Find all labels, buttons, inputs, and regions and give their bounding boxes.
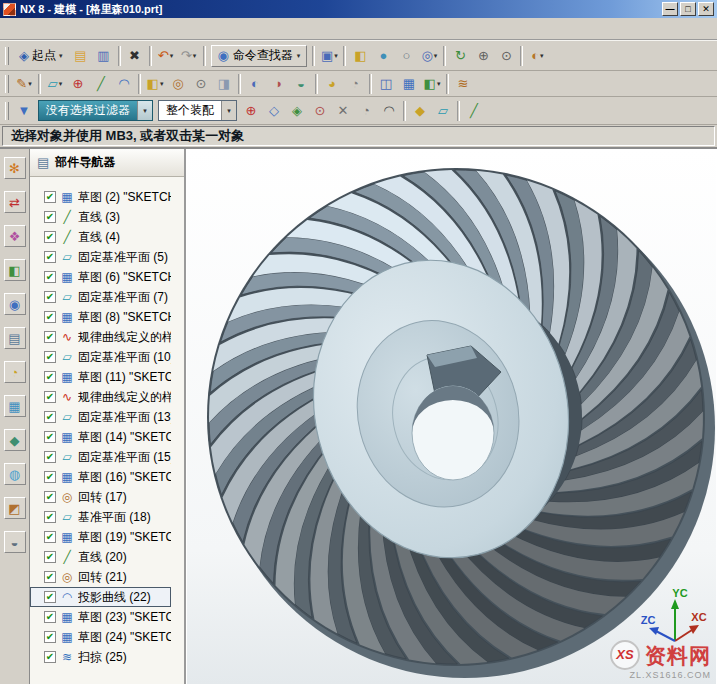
feature-checkbox[interactable] [44,271,56,283]
assemblies-menu[interactable] [76,27,88,31]
information-menu[interactable] [88,27,100,31]
zoom-view-icon[interactable]: ⊙ [495,45,517,67]
analysis-menu[interactable] [100,27,112,31]
tree-row[interactable]: ◠ 投影曲线 (22) [30,587,171,607]
feature-checkbox[interactable] [44,551,56,563]
point-icon[interactable]: ⊕ [67,73,89,95]
edge-blend-icon[interactable]: ◕ [321,73,343,95]
edit-menu[interactable] [16,27,28,31]
tree-row[interactable]: ▦ 草图 (14) "SKETCH [30,427,171,447]
view-menu[interactable] [28,27,40,31]
tree-row[interactable]: ▦ 草图 (8) "SKETCH_ [30,307,171,327]
feature-checkbox[interactable] [44,531,56,543]
redo-icon[interactable]: ↷▾ [178,45,200,67]
boss-icon[interactable]: ◨ [213,73,235,95]
tree-row[interactable]: ◎ 回转 (17) [30,487,171,507]
feature-checkbox[interactable] [44,571,56,583]
feature-checkbox[interactable] [44,371,56,383]
trim-body-icon[interactable]: ◫ [375,73,397,95]
tangent-point-icon[interactable]: ◠ [378,100,400,122]
extrude-icon[interactable]: ◧▾ [144,73,166,95]
feature-checkbox[interactable] [44,591,56,603]
history-icon[interactable]: ◔ [4,361,26,383]
internet-explorer-icon[interactable]: ◍ [4,463,26,485]
intersection-point-icon[interactable]: ✕ [332,100,354,122]
mid-point-icon[interactable]: ◈ [286,100,308,122]
assembly-navigator-icon[interactable]: ◧ [4,259,26,281]
gc-toolkits-menu[interactable] [701,27,713,31]
format-menu[interactable] [52,27,64,31]
feature-checkbox[interactable] [44,251,56,263]
quadrant-point-icon[interactable]: ◔ [355,100,377,122]
arc-icon[interactable]: ◠ [113,73,135,95]
palette-icon[interactable]: ❖ [4,225,26,247]
close-button[interactable]: ✕ [698,2,714,16]
feature-checkbox[interactable] [44,631,56,643]
feature-checkbox[interactable] [44,291,56,303]
tree-row[interactable]: ▦ 草图 (2) "SKETCH_ [30,187,171,207]
plane-tool-icon[interactable]: ▱ [432,100,454,122]
tree-row[interactable]: ▦ 草图 (6) "SKETCH_ [30,267,171,287]
toolbar-grip[interactable] [5,75,9,93]
fit-view-icon[interactable]: ◎▾ [418,45,440,67]
materials-icon[interactable]: ◩ [4,497,26,519]
feature-checkbox[interactable] [44,491,56,503]
end-point-icon[interactable]: ◇ [263,100,285,122]
snap-point-icon[interactable]: ⊕ [240,100,262,122]
scene-icon[interactable]: ◒ [4,531,26,553]
sweep-tool-icon[interactable]: ≋ [452,73,474,95]
tree-row[interactable]: ▦ 草图 (23) "SKETCH [30,607,171,627]
pattern-icon[interactable]: ▦ [398,73,420,95]
shaded-view-icon[interactable]: ● [372,45,394,67]
feature-checkbox[interactable] [44,471,56,483]
undo-icon[interactable]: ↶▾ [155,45,177,67]
feature-checkbox[interactable] [44,311,56,323]
selection-filter-combo[interactable]: 没有选择过滤器 ▾ [38,100,153,121]
toolbar-grip[interactable] [5,47,9,65]
feature-checkbox[interactable] [44,191,56,203]
save-icon[interactable]: ▥ [93,45,115,67]
chamfer-icon[interactable]: ◔ [344,73,366,95]
feature-checkbox[interactable] [44,391,56,403]
tree-row[interactable]: ▱ 固定基准平面 (13) [30,407,171,427]
part-navigator-icon[interactable]: ▤ [4,327,26,349]
measure-icon[interactable]: ╱ [463,100,485,122]
tree-row[interactable]: ▦ 草图 (24) "SKETC [30,627,171,647]
tree-row[interactable]: ∿ 规律曲线定义的样 [30,327,171,347]
tree-row[interactable]: ≋ 扫掠 (25) [30,647,171,667]
feature-checkbox[interactable] [44,351,56,363]
rotate-view-icon[interactable]: ↻ [449,45,471,67]
command-finder[interactable]: ◉ 命令查找器 ▾ [211,45,308,67]
open-icon[interactable]: ▤ [70,45,92,67]
window-menu[interactable] [124,27,136,31]
tools-menu[interactable] [64,27,76,31]
maximize-button[interactable]: □ [680,2,696,16]
delete-icon[interactable]: ✖ [124,45,146,67]
tree-row[interactable]: ◎ 回转 (21) [30,567,171,587]
view-orient-icon[interactable]: ◧ [349,45,371,67]
tree-row[interactable]: ▱ 固定基准平面 (15) [30,447,171,467]
hole-icon[interactable]: ⊙ [190,73,212,95]
wcs-icon[interactable]: ◆ [409,100,431,122]
insert-menu[interactable] [40,27,52,31]
subtract-icon[interactable]: ◑ [267,73,289,95]
center-point-icon[interactable]: ⊙ [309,100,331,122]
tree-row[interactable]: ▦ 草图 (16) "SKETCH [30,467,171,487]
feature-checkbox[interactable] [44,431,56,443]
intersect-icon[interactable]: ◒ [290,73,312,95]
chevron-down-icon[interactable]: ▾ [221,101,236,120]
constraint-navigator-icon[interactable]: ◉ [4,293,26,315]
feature-checkbox[interactable] [44,411,56,423]
wizards-icon[interactable]: ✻ [4,157,26,179]
feature-checkbox[interactable] [44,511,56,523]
graphics-window[interactable]: YC XC ZC XS 资料网 ZL.XS1616.COM [186,149,717,684]
toolbar-grip[interactable] [5,102,9,120]
feature-checkbox[interactable] [44,611,56,623]
material-icon[interactable]: ◐▾ [526,45,548,67]
tree-row[interactable]: ▱ 固定基准平面 (10) [30,347,171,367]
chevron-down-icon[interactable]: ▾ [137,101,152,120]
feature-checkbox[interactable] [44,211,56,223]
tree-row[interactable]: ╱ 直线 (20) [30,547,171,567]
hd3d-tools-icon[interactable]: ◆ [4,429,26,451]
datum-plane-icon[interactable]: ▱▾ [44,73,66,95]
